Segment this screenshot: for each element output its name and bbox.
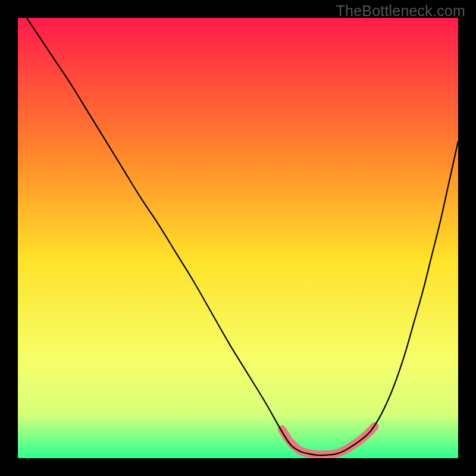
watermark-text: TheBottleneck.com bbox=[336, 2, 465, 20]
plot-area bbox=[18, 18, 458, 458]
chart-frame: TheBottleneck.com bbox=[0, 0, 476, 476]
chart-svg bbox=[18, 18, 458, 458]
